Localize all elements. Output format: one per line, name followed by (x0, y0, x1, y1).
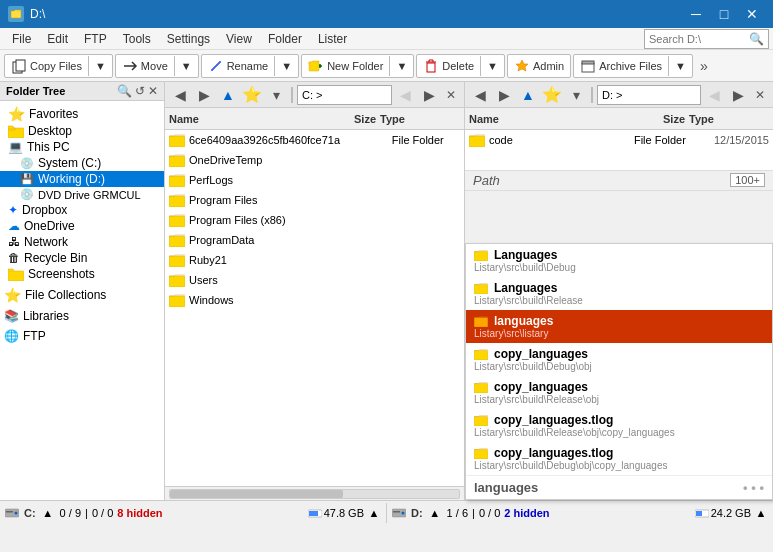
right-nav-btn1: ◀ (703, 85, 725, 105)
toolbar-overflow[interactable]: » (695, 55, 713, 77)
tree-item-recyclebin[interactable]: 🗑 Recycle Bin (0, 250, 164, 266)
svg-rect-23 (474, 351, 488, 360)
tree-item-desktop[interactable]: Desktop (0, 123, 164, 139)
tree-search-icon[interactable]: 🔍 (117, 84, 132, 98)
move-button[interactable]: Move (116, 55, 174, 77)
svg-rect-17 (169, 276, 185, 287)
right-nav-up[interactable]: ▲ (517, 85, 539, 105)
left-status-up-btn[interactable]: ▲ (40, 505, 56, 521)
svg-rect-20 (474, 252, 488, 261)
left-file-row-1[interactable]: OneDriveTemp (165, 150, 464, 170)
left-path-text: C: > (302, 89, 322, 101)
tree-item-libraries[interactable]: 📚 Libraries (0, 308, 164, 324)
tree-item-ftp[interactable]: 🌐 FTP (0, 328, 164, 344)
ac-item-0[interactable]: Languages Listary\src\build\Debug (466, 244, 772, 277)
right-path-box[interactable]: D: > (597, 85, 701, 105)
copy-dropdown[interactable]: ▼ (89, 55, 112, 77)
right-status-up-btn[interactable]: ▲ (427, 505, 443, 521)
copy-group: Copy Files ▼ (4, 54, 113, 78)
tree-item-network[interactable]: 🖧 Network (0, 234, 164, 250)
archive-dropdown[interactable]: ▼ (669, 55, 692, 77)
ac-item-5[interactable]: copy_languages.tlog Listary\src\build\Re… (466, 409, 772, 442)
ac-item-1[interactable]: Languages Listary\src\build\Release (466, 277, 772, 310)
left-path-box[interactable]: C: > (297, 85, 392, 105)
right-history-btn[interactable]: ▾ (565, 85, 587, 105)
left-file-row-3[interactable]: Program Files (165, 190, 464, 210)
right-nav-back[interactable]: ◀ (469, 85, 491, 105)
menu-settings[interactable]: Settings (159, 30, 218, 48)
left-file-row-0[interactable]: 6ce6409aa3926c5fb460fce71a File Folder (165, 130, 464, 150)
tree-item-cdrive[interactable]: 💿 System (C:) (0, 155, 164, 171)
right-nav-btn2[interactable]: ▶ (727, 85, 749, 105)
menu-edit[interactable]: Edit (39, 30, 76, 48)
svg-rect-21 (474, 285, 488, 294)
minimize-button[interactable]: ─ (683, 4, 709, 24)
ac-item-4[interactable]: copy_languages Listary\src\build\Release… (466, 376, 772, 409)
left-status-drive-icon[interactable] (4, 505, 20, 521)
left-file-row-7[interactable]: Users (165, 270, 464, 290)
left-pane-close[interactable]: ✕ (442, 86, 460, 104)
right-file-header: Name Size Type (465, 108, 773, 130)
menu-file[interactable]: File (4, 30, 39, 48)
right-nav-fwd[interactable]: ▶ (493, 85, 515, 105)
left-status-up2-btn[interactable]: ▲ (366, 505, 382, 521)
tree-item-dvd[interactable]: 💿 DVD Drive GRMCUL (0, 187, 164, 202)
menu-ftp[interactable]: FTP (76, 30, 115, 48)
left-hscrollbar[interactable] (169, 489, 460, 499)
close-button[interactable]: ✕ (739, 4, 765, 24)
right-favorites-btn[interactable]: ⭐ (541, 85, 563, 105)
search-input[interactable] (649, 33, 749, 45)
left-history-btn[interactable]: ▾ (265, 85, 287, 105)
svg-rect-6 (582, 61, 594, 64)
maximize-button[interactable]: □ (711, 4, 737, 24)
tree-item-onedrive[interactable]: ☁ OneDrive (0, 218, 164, 234)
right-status-drive-icon[interactable] (391, 505, 407, 521)
right-space-area: 24.2 GB ▲ (695, 505, 769, 521)
admin-button[interactable]: Admin (508, 55, 570, 77)
right-path-text: D: > (602, 89, 622, 101)
delete-group: Delete ▼ (416, 54, 505, 78)
rename-dropdown[interactable]: ▼ (275, 55, 298, 77)
archive-button[interactable]: Archive Files (574, 55, 668, 77)
left-nav-back[interactable]: ◀ (169, 85, 191, 105)
copy-files-button[interactable]: Copy Files (5, 55, 88, 77)
right-status: D: ▲ 1 / 6 | 0 / 0 2 hidden 24.2 GB ▲ (387, 505, 773, 521)
ac-item-3[interactable]: copy_languages Listary\src\build\Debug\o… (466, 343, 772, 376)
tree-item-screenshots[interactable]: Screenshots (0, 266, 164, 282)
newfolder-dropdown[interactable]: ▼ (390, 55, 413, 77)
left-file-row-6[interactable]: Ruby21 (165, 250, 464, 270)
menu-view[interactable]: View (218, 30, 260, 48)
menu-lister[interactable]: Lister (310, 30, 355, 48)
delete-dropdown[interactable]: ▼ (481, 55, 504, 77)
left-file-row-8[interactable]: Windows (165, 290, 464, 310)
right-file-row-0[interactable]: code File Folder 12/15/2015 (465, 130, 773, 150)
left-file-row-2[interactable]: PerfLogs (165, 170, 464, 190)
left-file-row-4[interactable]: Program Files (x86) (165, 210, 464, 230)
left-nav-btn2[interactable]: ▶ (418, 85, 440, 105)
tree-item-favorites[interactable]: ⭐ Favorites (0, 105, 164, 123)
tree-refresh-icon[interactable]: ↺ (135, 84, 145, 98)
delete-button[interactable]: Delete (417, 55, 480, 77)
svg-rect-19 (469, 136, 485, 147)
ac-item-2[interactable]: languages Listary\src\listary (466, 310, 772, 343)
right-pane-close[interactable]: ✕ (751, 86, 769, 104)
new-folder-button[interactable]: New Folder (302, 55, 389, 77)
left-hscroll[interactable] (165, 486, 464, 500)
tree-item-dropbox[interactable]: ✦ Dropbox (0, 202, 164, 218)
left-nav-up[interactable]: ▲ (217, 85, 239, 105)
rename-button[interactable]: Rename (202, 55, 275, 77)
menu-folder[interactable]: Folder (260, 30, 310, 48)
svg-rect-29 (6, 511, 13, 513)
left-nav-fwd[interactable]: ▶ (193, 85, 215, 105)
left-favorites-btn[interactable]: ⭐ (241, 85, 263, 105)
move-dropdown[interactable]: ▼ (175, 55, 198, 77)
tree-item-thispc[interactable]: 💻 This PC (0, 139, 164, 155)
tree-item-filecollections[interactable]: ⭐ File Collections (0, 286, 164, 304)
left-file-row-5[interactable]: ProgramData (165, 230, 464, 250)
titlebar: D:\ ─ □ ✕ (0, 0, 773, 28)
right-status-up2-btn[interactable]: ▲ (753, 505, 769, 521)
menu-tools[interactable]: Tools (115, 30, 159, 48)
ac-item-6[interactable]: copy_languages.tlog Listary\src\build\De… (466, 442, 772, 475)
tree-close-icon[interactable]: ✕ (148, 84, 158, 98)
tree-item-ddrive[interactable]: 💾 Working (D:) (0, 171, 164, 187)
